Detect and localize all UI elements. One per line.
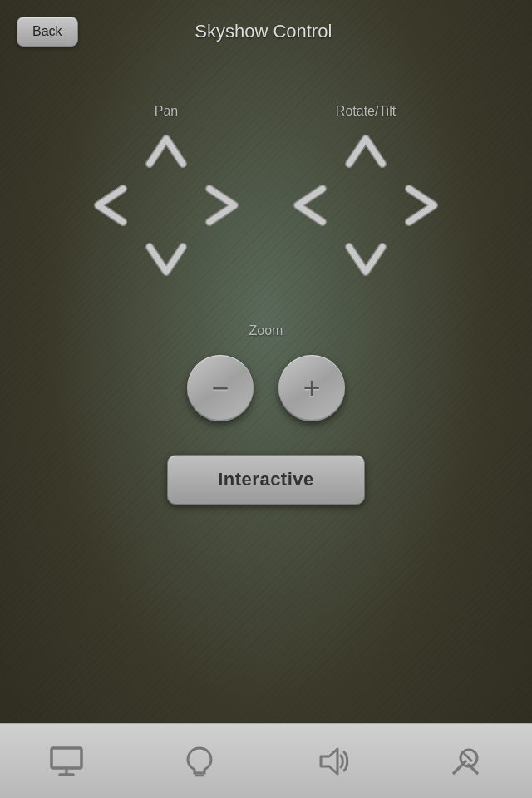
zoom-section: Zoom − + [187,323,345,421]
zoom-out-button[interactable]: − [187,355,254,421]
tab-sound[interactable] [266,724,399,798]
controls-row: Pan [91,104,441,282]
rotate-tilt-left-button[interactable] [291,182,329,232]
plus-icon: + [303,371,320,406]
page-title: Skyshow Control [78,21,449,42]
tab-tools[interactable] [399,724,532,798]
zoom-buttons: − + [187,355,345,421]
tools-icon [447,743,484,780]
pan-down-button[interactable] [143,240,190,282]
svg-marker-5 [321,749,337,774]
pan-right-button[interactable] [203,182,241,232]
pan-dpad [91,132,241,282]
rotate-tilt-dpad [291,132,441,282]
svg-rect-0 [52,748,81,768]
pan-left-button[interactable] [91,182,130,232]
zoom-in-button[interactable]: + [278,355,345,421]
tab-monitor[interactable] [0,724,133,798]
rotate-tilt-right-button[interactable] [402,182,441,232]
main-content: Pan [0,62,532,723]
rotate-tilt-down-button[interactable] [342,240,389,282]
tab-light[interactable] [133,724,266,798]
pan-up-button[interactable] [143,132,190,174]
rotate-tilt-control-group: Rotate/Tilt [291,104,441,282]
pan-label: Pan [155,104,178,119]
lightbulb-icon [181,743,218,780]
header: Back Skyshow Control [0,0,532,62]
zoom-label: Zoom [249,323,283,338]
minus-icon: − [211,371,229,406]
interactive-button[interactable]: Interactive [167,455,365,505]
pan-control-group: Pan [91,104,241,282]
tabbar [0,723,532,798]
speaker-icon [314,743,351,780]
rotate-tilt-up-button[interactable] [342,132,389,174]
rotate-tilt-label: Rotate/Tilt [336,104,396,119]
back-button[interactable]: Back [17,17,78,47]
monitor-icon [48,743,85,780]
